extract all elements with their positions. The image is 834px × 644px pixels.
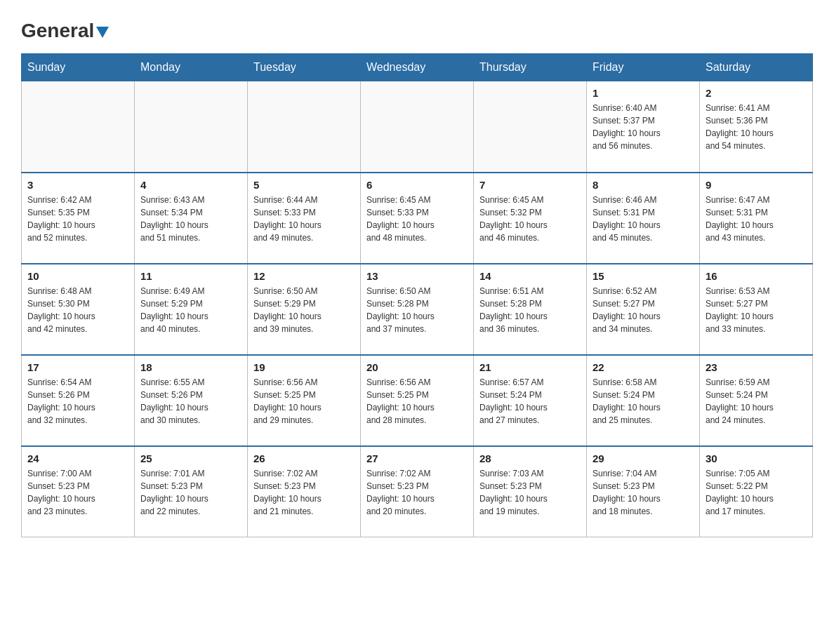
calendar-week-row: 24Sunrise: 7:00 AMSunset: 5:23 PMDayligh… xyxy=(22,446,813,537)
calendar-cell: 2Sunrise: 6:41 AMSunset: 5:36 PMDaylight… xyxy=(700,81,813,173)
calendar-cell: 21Sunrise: 6:57 AMSunset: 5:24 PMDayligh… xyxy=(474,355,587,446)
calendar-cell: 8Sunrise: 6:46 AMSunset: 5:31 PMDaylight… xyxy=(587,173,700,264)
day-sun-info: Sunrise: 7:02 AMSunset: 5:23 PMDaylight:… xyxy=(366,467,468,518)
calendar-cell: 17Sunrise: 6:54 AMSunset: 5:26 PMDayligh… xyxy=(22,355,135,446)
day-sun-info: Sunrise: 6:44 AMSunset: 5:33 PMDaylight:… xyxy=(253,194,355,244)
day-sun-info: Sunrise: 6:59 AMSunset: 5:24 PMDaylight:… xyxy=(706,376,807,427)
day-number: 2 xyxy=(706,87,807,99)
day-number: 17 xyxy=(27,361,128,373)
calendar-cell: 25Sunrise: 7:01 AMSunset: 5:23 PMDayligh… xyxy=(135,446,248,537)
calendar-week-row: 17Sunrise: 6:54 AMSunset: 5:26 PMDayligh… xyxy=(22,355,813,446)
day-sun-info: Sunrise: 6:47 AMSunset: 5:31 PMDaylight:… xyxy=(706,194,807,244)
day-sun-info: Sunrise: 7:04 AMSunset: 5:23 PMDaylight:… xyxy=(593,467,694,518)
weekday-header-tuesday: Tuesday xyxy=(248,54,361,81)
calendar-cell xyxy=(474,81,587,173)
day-sun-info: Sunrise: 6:56 AMSunset: 5:25 PMDaylight:… xyxy=(253,376,355,427)
calendar-header-row: SundayMondayTuesdayWednesdayThursdayFrid… xyxy=(22,54,813,81)
page-header: General xyxy=(21,14,813,39)
day-sun-info: Sunrise: 6:40 AMSunset: 5:37 PMDaylight:… xyxy=(593,102,694,152)
weekday-header-thursday: Thursday xyxy=(474,54,587,81)
day-number: 12 xyxy=(253,270,355,282)
weekday-header-friday: Friday xyxy=(587,54,700,81)
day-number: 28 xyxy=(479,452,581,464)
calendar-cell: 27Sunrise: 7:02 AMSunset: 5:23 PMDayligh… xyxy=(361,446,474,537)
day-sun-info: Sunrise: 7:05 AMSunset: 5:22 PMDaylight:… xyxy=(706,467,807,518)
day-sun-info: Sunrise: 7:02 AMSunset: 5:23 PMDaylight:… xyxy=(253,467,355,518)
day-sun-info: Sunrise: 6:51 AMSunset: 5:28 PMDaylight:… xyxy=(479,285,581,335)
calendar-table: SundayMondayTuesdayWednesdayThursdayFrid… xyxy=(21,53,813,537)
day-sun-info: Sunrise: 6:50 AMSunset: 5:28 PMDaylight:… xyxy=(366,285,468,335)
calendar-cell: 5Sunrise: 6:44 AMSunset: 5:33 PMDaylight… xyxy=(248,173,361,264)
calendar-cell: 12Sunrise: 6:50 AMSunset: 5:29 PMDayligh… xyxy=(248,264,361,355)
logo-triangle-icon xyxy=(96,27,109,38)
day-number: 18 xyxy=(140,361,241,373)
day-number: 15 xyxy=(593,270,694,282)
day-number: 10 xyxy=(27,270,128,282)
calendar-week-row: 10Sunrise: 6:48 AMSunset: 5:30 PMDayligh… xyxy=(22,264,813,355)
day-number: 6 xyxy=(366,179,468,191)
day-sun-info: Sunrise: 6:58 AMSunset: 5:24 PMDaylight:… xyxy=(593,376,694,427)
calendar-cell xyxy=(361,81,474,173)
day-number: 16 xyxy=(706,270,807,282)
day-number: 3 xyxy=(27,179,128,191)
calendar-cell: 30Sunrise: 7:05 AMSunset: 5:22 PMDayligh… xyxy=(700,446,813,537)
day-sun-info: Sunrise: 6:52 AMSunset: 5:27 PMDaylight:… xyxy=(593,285,694,335)
day-sun-info: Sunrise: 6:57 AMSunset: 5:24 PMDaylight:… xyxy=(479,376,581,427)
day-number: 14 xyxy=(479,270,581,282)
day-sun-info: Sunrise: 6:48 AMSunset: 5:30 PMDaylight:… xyxy=(27,285,128,335)
day-sun-info: Sunrise: 7:03 AMSunset: 5:23 PMDaylight:… xyxy=(479,467,581,518)
day-number: 29 xyxy=(593,452,694,464)
day-number: 20 xyxy=(366,361,468,373)
calendar-cell xyxy=(248,81,361,173)
day-number: 19 xyxy=(253,361,355,373)
logo-general: General xyxy=(21,21,94,41)
day-number: 5 xyxy=(253,179,355,191)
calendar-cell: 1Sunrise: 6:40 AMSunset: 5:37 PMDaylight… xyxy=(587,81,700,173)
calendar-cell: 16Sunrise: 6:53 AMSunset: 5:27 PMDayligh… xyxy=(700,264,813,355)
calendar-cell: 19Sunrise: 6:56 AMSunset: 5:25 PMDayligh… xyxy=(248,355,361,446)
calendar-cell: 28Sunrise: 7:03 AMSunset: 5:23 PMDayligh… xyxy=(474,446,587,537)
day-number: 8 xyxy=(593,179,694,191)
calendar-cell: 3Sunrise: 6:42 AMSunset: 5:35 PMDaylight… xyxy=(22,173,135,264)
day-number: 30 xyxy=(706,452,807,464)
day-sun-info: Sunrise: 6:54 AMSunset: 5:26 PMDaylight:… xyxy=(27,376,128,427)
weekday-header-saturday: Saturday xyxy=(700,54,813,81)
day-number: 24 xyxy=(27,452,128,464)
day-number: 21 xyxy=(479,361,581,373)
calendar-cell xyxy=(22,81,135,173)
day-number: 26 xyxy=(253,452,355,464)
weekday-header-sunday: Sunday xyxy=(22,54,135,81)
calendar-cell: 4Sunrise: 6:43 AMSunset: 5:34 PMDaylight… xyxy=(135,173,248,264)
weekday-header-wednesday: Wednesday xyxy=(361,54,474,81)
calendar-cell: 9Sunrise: 6:47 AMSunset: 5:31 PMDaylight… xyxy=(700,173,813,264)
calendar-week-row: 1Sunrise: 6:40 AMSunset: 5:37 PMDaylight… xyxy=(22,81,813,173)
calendar-cell: 11Sunrise: 6:49 AMSunset: 5:29 PMDayligh… xyxy=(135,264,248,355)
day-number: 22 xyxy=(593,361,694,373)
day-sun-info: Sunrise: 7:00 AMSunset: 5:23 PMDaylight:… xyxy=(27,467,128,518)
day-sun-info: Sunrise: 6:45 AMSunset: 5:33 PMDaylight:… xyxy=(366,194,468,244)
calendar-cell: 6Sunrise: 6:45 AMSunset: 5:33 PMDaylight… xyxy=(361,173,474,264)
calendar-cell: 18Sunrise: 6:55 AMSunset: 5:26 PMDayligh… xyxy=(135,355,248,446)
day-number: 7 xyxy=(479,179,581,191)
day-number: 4 xyxy=(140,179,241,191)
calendar-cell: 20Sunrise: 6:56 AMSunset: 5:25 PMDayligh… xyxy=(361,355,474,446)
day-sun-info: Sunrise: 6:46 AMSunset: 5:31 PMDaylight:… xyxy=(593,194,694,244)
calendar-cell: 22Sunrise: 6:58 AMSunset: 5:24 PMDayligh… xyxy=(587,355,700,446)
calendar-cell: 7Sunrise: 6:45 AMSunset: 5:32 PMDaylight… xyxy=(474,173,587,264)
day-sun-info: Sunrise: 6:42 AMSunset: 5:35 PMDaylight:… xyxy=(27,194,128,244)
day-number: 1 xyxy=(593,87,694,99)
calendar-week-row: 3Sunrise: 6:42 AMSunset: 5:35 PMDaylight… xyxy=(22,173,813,264)
logo: General xyxy=(21,21,109,39)
day-sun-info: Sunrise: 6:55 AMSunset: 5:26 PMDaylight:… xyxy=(140,376,241,427)
day-sun-info: Sunrise: 6:53 AMSunset: 5:27 PMDaylight:… xyxy=(706,285,807,335)
day-sun-info: Sunrise: 7:01 AMSunset: 5:23 PMDaylight:… xyxy=(140,467,241,518)
calendar-cell: 13Sunrise: 6:50 AMSunset: 5:28 PMDayligh… xyxy=(361,264,474,355)
day-sun-info: Sunrise: 6:56 AMSunset: 5:25 PMDaylight:… xyxy=(366,376,468,427)
day-number: 9 xyxy=(706,179,807,191)
calendar-cell: 26Sunrise: 7:02 AMSunset: 5:23 PMDayligh… xyxy=(248,446,361,537)
day-number: 23 xyxy=(706,361,807,373)
day-number: 11 xyxy=(140,270,241,282)
day-number: 25 xyxy=(140,452,241,464)
day-number: 27 xyxy=(366,452,468,464)
calendar-cell xyxy=(135,81,248,173)
